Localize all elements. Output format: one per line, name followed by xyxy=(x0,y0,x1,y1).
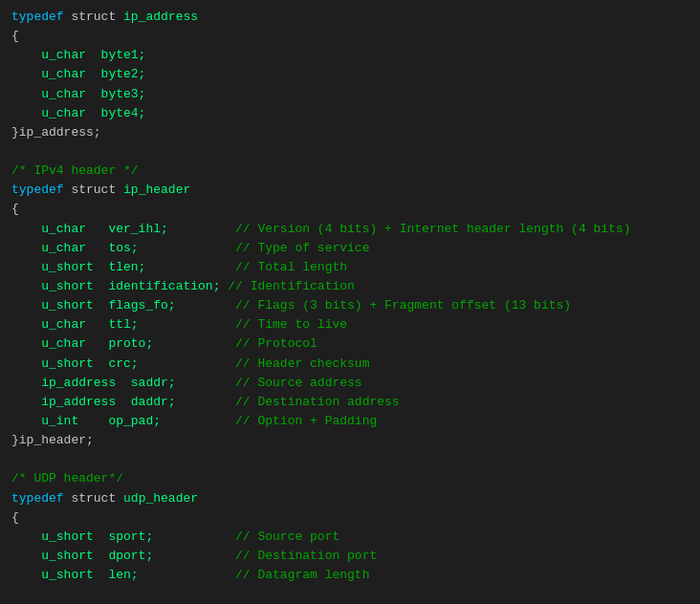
code-token: ip_address saddr; xyxy=(11,376,235,390)
code-token: ip_header xyxy=(123,183,190,197)
code-token: u_short dport; xyxy=(11,549,235,563)
code-line: u_char byte3; xyxy=(11,85,689,104)
code-token: typedef xyxy=(11,491,64,506)
code-token: /* UDP header*/ xyxy=(11,471,123,485)
code-token: // Option + Padding xyxy=(235,414,377,428)
code-token: ip_address xyxy=(123,10,198,24)
code-token: struct xyxy=(64,10,123,24)
code-token: /* IPv4 header */ xyxy=(11,163,139,178)
code-token: // Time to live xyxy=(235,317,347,332)
code-token: }ip_header; xyxy=(11,433,94,447)
code-line: u_char ver_ihl; // Version (4 bits) + In… xyxy=(11,220,689,239)
code-line: u_char proto; // Protocol xyxy=(11,334,689,354)
code-display: typedef struct ip_address{ u_char byte1;… xyxy=(11,8,689,585)
code-token: u_int op_pad; xyxy=(11,414,235,428)
code-token: // Flags (3 bits) + Fragment offset (13 … xyxy=(235,298,571,313)
code-token: u_char byte4; xyxy=(11,106,145,120)
code-line: ip_address saddr; // Source address xyxy=(11,374,689,393)
code-token: // Identification xyxy=(228,279,355,293)
code-line: /* IPv4 header */ xyxy=(11,162,689,181)
code-line: u_short tlen; // Total length xyxy=(11,258,689,277)
code-line: u_short dport; // Destination port xyxy=(11,547,689,566)
code-line: typedef struct ip_address xyxy=(11,8,689,27)
code-token: // Version (4 bits) + Internet header le… xyxy=(235,222,630,236)
code-line: typedef struct ip_header xyxy=(11,181,689,200)
code-line xyxy=(11,450,689,469)
code-token: }ip_address; xyxy=(11,125,101,140)
code-line: u_short identification; // Identificatio… xyxy=(11,277,689,296)
code-line: u_short flags_fo; // Flags (3 bits) + Fr… xyxy=(11,296,689,315)
code-token: u_char byte2; xyxy=(11,67,145,81)
code-token: typedef xyxy=(11,183,64,197)
code-token: // Datagram length xyxy=(235,568,369,582)
code-token: u_short sport; xyxy=(11,529,235,544)
code-line: u_char byte1; xyxy=(11,46,689,65)
code-token: { xyxy=(11,202,19,216)
code-token: // Header checksum xyxy=(235,356,369,371)
code-token: u_short flags_fo; xyxy=(11,298,235,313)
code-line: u_char byte2; xyxy=(11,65,689,84)
code-line: u_short crc; // Header checksum xyxy=(11,355,689,374)
code-token: { xyxy=(11,29,19,43)
code-line: { xyxy=(11,508,689,528)
code-line: }ip_address; xyxy=(11,123,689,142)
code-line xyxy=(11,142,689,162)
code-token: u_char byte1; xyxy=(11,48,145,62)
code-token: // Type of service xyxy=(235,241,369,255)
code-line: /* UDP header*/ xyxy=(11,469,689,488)
code-token: u_short identification; xyxy=(11,279,228,293)
code-token: u_short crc; xyxy=(11,356,235,371)
code-token: u_char proto; xyxy=(11,336,235,351)
code-line: u_char byte4; xyxy=(11,104,689,123)
code-token: u_char ver_ihl; xyxy=(11,222,235,236)
code-token: // Destination port xyxy=(235,549,377,563)
code-token: // Protocol xyxy=(235,336,317,351)
code-line: }ip_header; xyxy=(11,431,689,450)
code-line: u_int op_pad; // Option + Padding xyxy=(11,412,689,431)
code-token: struct xyxy=(64,491,123,506)
code-token: u_short tlen; xyxy=(11,260,235,274)
code-line: { xyxy=(11,27,689,46)
code-token: // Source address xyxy=(235,376,362,390)
code-token: { xyxy=(11,510,19,525)
code-token: typedef xyxy=(11,10,64,24)
code-token: ip_address daddr; xyxy=(11,395,235,409)
code-line: typedef struct udp_header xyxy=(11,489,689,508)
code-line: u_char tos; // Type of service xyxy=(11,239,689,258)
code-line: u_char ttl; // Time to live xyxy=(11,315,689,334)
code-token: u_short len; xyxy=(11,568,235,582)
code-token: u_char tos; xyxy=(11,241,235,255)
code-token: // Destination address xyxy=(235,395,400,409)
code-token: udp_header xyxy=(123,491,198,506)
code-line: ip_address daddr; // Destination address xyxy=(11,393,689,412)
code-line: { xyxy=(11,200,689,219)
code-line: u_short sport; // Source port xyxy=(11,528,689,547)
code-token: u_char byte3; xyxy=(11,87,145,101)
code-token: struct xyxy=(64,183,123,197)
code-line: u_short len; // Datagram length xyxy=(11,566,689,585)
code-token: u_char ttl; xyxy=(11,317,235,332)
code-token: // Source port xyxy=(235,529,339,544)
code-token: // Total length xyxy=(235,260,347,274)
